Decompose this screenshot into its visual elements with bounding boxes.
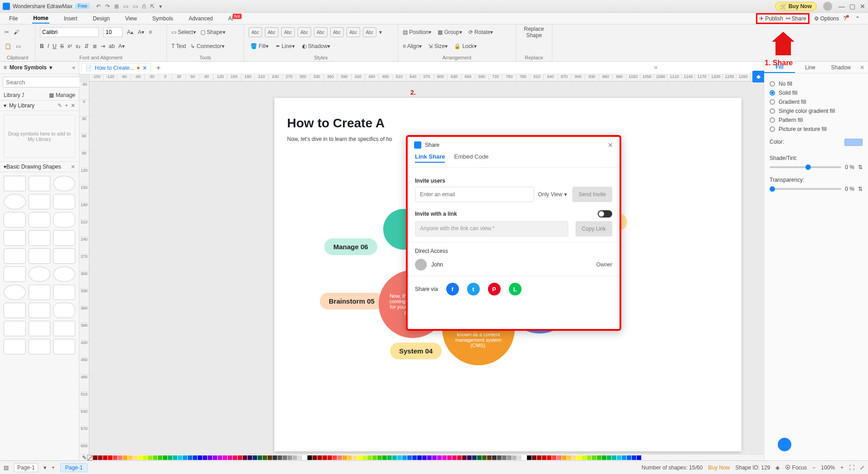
- menu-advanced[interactable]: Advanced: [188, 14, 214, 23]
- color-swatch[interactable]: [612, 455, 616, 460]
- color-swatch[interactable]: [422, 455, 427, 460]
- color-swatch[interactable]: [467, 455, 472, 460]
- font-combo[interactable]: [40, 27, 99, 37]
- color-swatch[interactable]: [238, 455, 242, 460]
- shape-item[interactable]: [53, 266, 75, 282]
- color-swatch[interactable]: [402, 455, 407, 460]
- color-swatch[interactable]: [517, 455, 522, 460]
- new-tab-icon[interactable]: +: [156, 64, 161, 72]
- dialog-close-icon[interactable]: ✕: [608, 141, 613, 149]
- shape-item[interactable]: [29, 321, 51, 336]
- save-icon[interactable]: ▭: [133, 3, 138, 10]
- color-swatch[interactable]: [397, 455, 402, 460]
- color-swatch[interactable]: [502, 455, 507, 460]
- color-swatch[interactable]: [103, 455, 107, 460]
- share-button[interactable]: ⚯Share: [786, 15, 806, 22]
- color-swatch[interactable]: [273, 455, 277, 460]
- color-swatch[interactable]: [452, 455, 457, 460]
- copy-icon[interactable]: ▭: [16, 43, 21, 49]
- text-tool[interactable]: T Text: [171, 43, 186, 49]
- shape-item[interactable]: [29, 339, 51, 354]
- shape-item[interactable]: [53, 339, 75, 354]
- basic-shapes-header[interactable]: ▾ Basic Drawing Shapes✕: [0, 161, 79, 172]
- color-swatch[interactable]: [472, 455, 477, 460]
- color-swatch[interactable]: [522, 455, 527, 460]
- color-swatch[interactable]: [98, 455, 102, 460]
- color-swatch[interactable]: [302, 455, 307, 460]
- shape-item[interactable]: [53, 248, 75, 264]
- color-swatch[interactable]: [148, 455, 152, 460]
- color-swatch[interactable]: [218, 455, 222, 460]
- color-swatch[interactable]: [582, 455, 586, 460]
- color-swatch[interactable]: [577, 455, 581, 460]
- fit-icon[interactable]: ⛶: [849, 464, 854, 471]
- print-icon[interactable]: ⎙: [142, 3, 146, 10]
- color-swatch[interactable]: [357, 455, 362, 460]
- shape-item[interactable]: [29, 248, 51, 264]
- color-swatch[interactable]: [617, 455, 621, 460]
- connector-tool[interactable]: ↳ Connector▾: [190, 43, 224, 49]
- color-swatch[interactable]: [248, 455, 252, 460]
- color-swatch[interactable]: [178, 455, 182, 460]
- more-symbols[interactable]: ≡ More Symbols▾«: [0, 62, 79, 74]
- trans-slider[interactable]: [770, 188, 841, 190]
- page-dropdown-icon[interactable]: ▾: [44, 464, 46, 471]
- symbol-search-input[interactable]: [3, 77, 86, 87]
- grow-font-icon[interactable]: A▴: [127, 29, 133, 35]
- eyedropper-icon[interactable]: ✎: [82, 455, 87, 461]
- symbol-dropzone[interactable]: Drag symbols here to add to My Library: [4, 115, 75, 158]
- layers-icon[interactable]: ◈: [775, 464, 780, 471]
- pages-icon[interactable]: ▤: [4, 464, 9, 471]
- rp-tab-shadow[interactable]: Shadow: [825, 63, 856, 73]
- menu-insert[interactable]: Insert: [63, 14, 78, 23]
- color-swatch[interactable]: [243, 455, 247, 460]
- undo-icon[interactable]: ↶: [96, 3, 101, 10]
- shape-item[interactable]: [29, 176, 51, 191]
- highlight-icon[interactable]: ab: [109, 43, 115, 49]
- copy-link-button[interactable]: Copy Link: [575, 221, 612, 237]
- bold-icon[interactable]: B: [40, 43, 44, 49]
- color-swatch[interactable]: [203, 455, 207, 460]
- color-swatch[interactable]: [143, 455, 147, 460]
- color-swatch[interactable]: [367, 455, 372, 460]
- color-swatch[interactable]: [372, 455, 377, 460]
- bullets-icon[interactable]: ≣: [93, 43, 97, 49]
- color-swatch[interactable]: [113, 455, 117, 460]
- color-swatch[interactable]: [562, 455, 566, 460]
- color-swatch[interactable]: [183, 455, 187, 460]
- rp-tab-line[interactable]: Line: [795, 63, 826, 73]
- color-swatch[interactable]: [297, 455, 302, 460]
- stepper-icon[interactable]: ⇅: [858, 186, 863, 192]
- menu-file[interactable]: File: [8, 14, 19, 23]
- facebook-icon[interactable]: f: [446, 283, 459, 295]
- color-swatch[interactable]: [332, 455, 337, 460]
- color-swatch[interactable]: [622, 455, 626, 460]
- format-tab-icon[interactable]: ◆: [752, 71, 764, 82]
- color-swatch[interactable]: [557, 455, 561, 460]
- focus-button[interactable]: ⦿ Focus: [785, 464, 807, 471]
- color-swatch[interactable]: [163, 455, 167, 460]
- color-swatch[interactable]: [392, 455, 397, 460]
- color-swatch[interactable]: [552, 455, 556, 460]
- page-tab[interactable]: Page-1: [60, 463, 88, 472]
- menu-ai[interactable]: AIhot: [227, 14, 244, 23]
- add-page-icon[interactable]: +: [52, 464, 55, 471]
- no-color[interactable]: [87, 455, 93, 460]
- color-swatch[interactable]: [447, 455, 452, 460]
- color-swatch[interactable]: [233, 455, 237, 460]
- align-icon[interactable]: ≡: [149, 29, 152, 35]
- rotate-btn[interactable]: ⟳ Rotate▾: [468, 29, 493, 35]
- color-swatch[interactable]: [412, 455, 417, 460]
- style-8[interactable]: Abc: [363, 27, 376, 37]
- shape-tool[interactable]: ▢ Shape▾: [200, 29, 225, 35]
- menu-design[interactable]: Design: [92, 14, 111, 23]
- color-swatch[interactable]: [567, 455, 571, 460]
- shape-item[interactable]: [4, 212, 26, 227]
- color-swatch[interactable]: [228, 455, 232, 460]
- font-color-icon[interactable]: A▾: [118, 43, 125, 49]
- format-painter-icon[interactable]: 🖌: [14, 29, 19, 35]
- pinterest-icon[interactable]: P: [488, 283, 501, 295]
- color-swatch[interactable]: [442, 455, 447, 460]
- styles-more-icon[interactable]: ▾: [379, 29, 382, 35]
- open-icon[interactable]: ▭: [123, 3, 128, 10]
